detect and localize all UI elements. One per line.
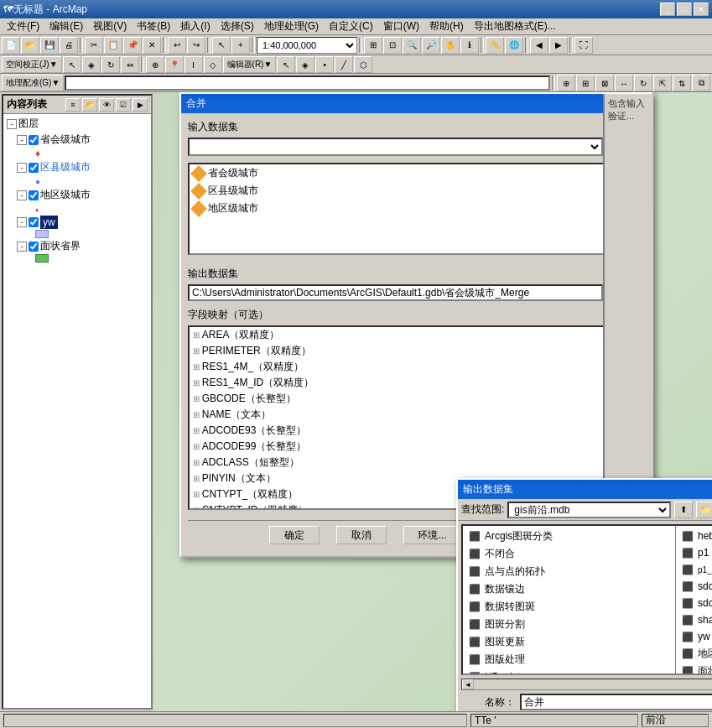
add-btn[interactable]: +: [231, 37, 250, 54]
pan-btn[interactable]: ✋: [441, 37, 460, 54]
quxianji-expand[interactable]: -: [17, 163, 27, 173]
layer-diquji-item[interactable]: - 地区级城市: [15, 187, 149, 203]
edit-node[interactable]: ◈: [296, 56, 314, 73]
diquji-checkbox[interactable]: [29, 190, 39, 200]
file-right-2[interactable]: ⬛ p1_PointsToLine_FeatureToPol1: [678, 561, 712, 578]
quxianji-checkbox[interactable]: [29, 163, 39, 173]
rotate-tool[interactable]: ↻: [101, 56, 120, 73]
file-right-8[interactable]: ⬛ 面状省界: [678, 663, 712, 673]
spatial-dropdown-btn[interactable]: 空间校正(J)▼: [2, 56, 62, 73]
file-item-3[interactable]: ⬛ 数据镶边: [465, 580, 673, 598]
arrow-tool[interactable]: ↖: [63, 56, 81, 73]
georef-fit[interactable]: ⧉: [692, 75, 710, 91]
prev-extent-btn[interactable]: ◀: [530, 37, 548, 54]
field-1[interactable]: ⊞ PERIMETER（双精度）: [190, 343, 603, 359]
layer-yw-item[interactable]: - yw: [15, 215, 149, 230]
menu-geoprocessing[interactable]: 地理处理(G): [259, 18, 324, 35]
field-2[interactable]: ⊞ RES1_4M_（双精度）: [190, 359, 603, 375]
file-item-6[interactable]: ⬛ 图斑更新: [465, 633, 673, 651]
menu-export[interactable]: 导出地图格式(E)...: [469, 18, 561, 35]
mianzhang-expand[interactable]: -: [17, 242, 27, 252]
input-item-0[interactable]: 省会级城市: [190, 164, 603, 182]
minimize-button[interactable]: _: [660, 3, 675, 16]
georef-dropdown-btn[interactable]: 地理配准(G)▼: [2, 75, 64, 91]
list-by-source[interactable]: 📂: [82, 98, 97, 112]
layer-mianzhang-item[interactable]: - 面状省界: [15, 238, 149, 254]
name-input[interactable]: [520, 694, 712, 710]
print-btn[interactable]: 🖨: [60, 37, 78, 54]
search-dropdown[interactable]: gis前沿.mdb: [507, 502, 671, 518]
input-dropdown[interactable]: [188, 138, 603, 156]
zoom-out-btn[interactable]: 🔎: [422, 37, 440, 54]
globe-btn[interactable]: 🌐: [505, 37, 523, 54]
mirror-tool[interactable]: ⇔: [121, 56, 139, 73]
file-right-3[interactable]: ⬛ sdcs2: [678, 578, 712, 595]
new-btn[interactable]: 📄: [2, 37, 20, 54]
fullscreen-btn[interactable]: ⛶: [574, 37, 593, 54]
file-right-5[interactable]: ⬛ shandong: [678, 611, 712, 628]
file-list-right[interactable]: ⬛ hebei ⬛ p1 ⬛ p1_PointsToLine_FeatureTo…: [676, 526, 712, 673]
file-item-4[interactable]: ⬛ 数据转图斑: [465, 598, 673, 616]
link-tool[interactable]: ⊕: [146, 56, 164, 73]
file-list-left[interactable]: ⬛ Arcgis图斑分类 ⬛ 不闭合 ⬛ 点与点的拓扑 ⬛ 数据镶边: [463, 526, 676, 673]
cut-btn[interactable]: ✂: [85, 37, 103, 54]
input-item-1[interactable]: 区县级城市: [190, 182, 603, 200]
save-btn[interactable]: 💾: [40, 37, 59, 54]
menu-view[interactable]: 视图(V): [88, 18, 132, 35]
mianzhang-checkbox[interactable]: [29, 242, 39, 252]
identify-btn[interactable]: ℹ: [460, 37, 479, 54]
file-right-1[interactable]: ⬛ p1: [678, 544, 712, 561]
shenghuiji-checkbox[interactable]: [29, 135, 39, 145]
copy-btn[interactable]: 📋: [104, 37, 122, 54]
pointer-btn[interactable]: ↖: [212, 37, 231, 54]
input-list[interactable]: 省会级城市 区县级城市 地区级城市: [188, 163, 605, 255]
file-right-7[interactable]: ⬛ 地区级城市: [678, 645, 712, 663]
menu-select[interactable]: 选择(S): [216, 18, 259, 35]
layer-shenghuiji-item[interactable]: - 省会级城市: [15, 132, 149, 148]
layers-group[interactable]: - 图层: [5, 116, 149, 132]
paste-btn[interactable]: 📌: [123, 37, 142, 54]
georef-point3[interactable]: ⊠: [595, 75, 614, 91]
map-area[interactable]: 合并 ✕ 输入数据集 📂: [154, 92, 712, 711]
diquji-expand[interactable]: -: [17, 190, 27, 200]
env-btn[interactable]: 环境...: [403, 526, 462, 544]
field-5[interactable]: ⊞ NAME（文本）: [190, 407, 603, 423]
georef-scale[interactable]: ⇱: [653, 75, 672, 91]
file-item-5[interactable]: ⬛ 图斑分割: [465, 616, 673, 633]
map-tool[interactable]: 📍: [165, 56, 184, 73]
save-hscroll[interactable]: ◄ ►: [461, 679, 712, 690]
list-by-drawing-order[interactable]: ≡: [65, 98, 81, 112]
edit-poly[interactable]: ⬡: [354, 56, 372, 73]
open-btn[interactable]: 📂: [21, 37, 39, 54]
scale-dropdown[interactable]: 1:40,000,000: [257, 37, 357, 54]
undo-btn[interactable]: ↩: [168, 37, 186, 54]
menu-help[interactable]: 帮助(H): [424, 18, 469, 35]
redo-btn[interactable]: ↪: [187, 37, 205, 54]
panel-options[interactable]: ▶: [133, 98, 148, 112]
delete-btn[interactable]: ✕: [143, 37, 161, 54]
edit-dropdown-btn[interactable]: 编辑器(R)▼: [223, 56, 277, 73]
field-3[interactable]: ⊞ RES1_4M_ID（双精度）: [190, 375, 603, 391]
field-4[interactable]: ⊞ GBCODE（长整型）: [190, 391, 603, 407]
attr-tool[interactable]: Ⅰ: [184, 56, 203, 73]
file-item-8[interactable]: ⬛ HBpoint: [465, 668, 673, 673]
field-0[interactable]: ⊞ AREA（双精度）: [190, 327, 603, 343]
zoom-full-btn[interactable]: ⊞: [364, 37, 382, 54]
layer-quxianji-item[interactable]: - 区县级城市: [15, 159, 149, 175]
field-7[interactable]: ⊞ ADCODE99（长整型）: [190, 439, 603, 455]
yw-checkbox[interactable]: [29, 217, 39, 227]
cancel-btn[interactable]: 取消: [336, 526, 387, 544]
georef-rot[interactable]: ↻: [634, 75, 652, 91]
output-path-input[interactable]: [188, 284, 603, 301]
zoom-in-btn[interactable]: 🔍: [403, 37, 421, 54]
clip-tool[interactable]: ◇: [204, 56, 222, 73]
list-by-selection[interactable]: ☑: [116, 98, 131, 112]
field-8[interactable]: ⊞ ADCLASS（短整型）: [190, 455, 603, 471]
georef-point2[interactable]: ⊞: [576, 75, 595, 91]
maximize-button[interactable]: □: [677, 3, 692, 16]
node-tool[interactable]: ◈: [82, 56, 101, 73]
layers-expand[interactable]: -: [7, 119, 17, 129]
zoom-layer-btn[interactable]: ⊡: [383, 37, 402, 54]
georef-input[interactable]: [65, 75, 550, 91]
file-item-0[interactable]: ⬛ Arcgis图斑分类: [465, 528, 673, 545]
